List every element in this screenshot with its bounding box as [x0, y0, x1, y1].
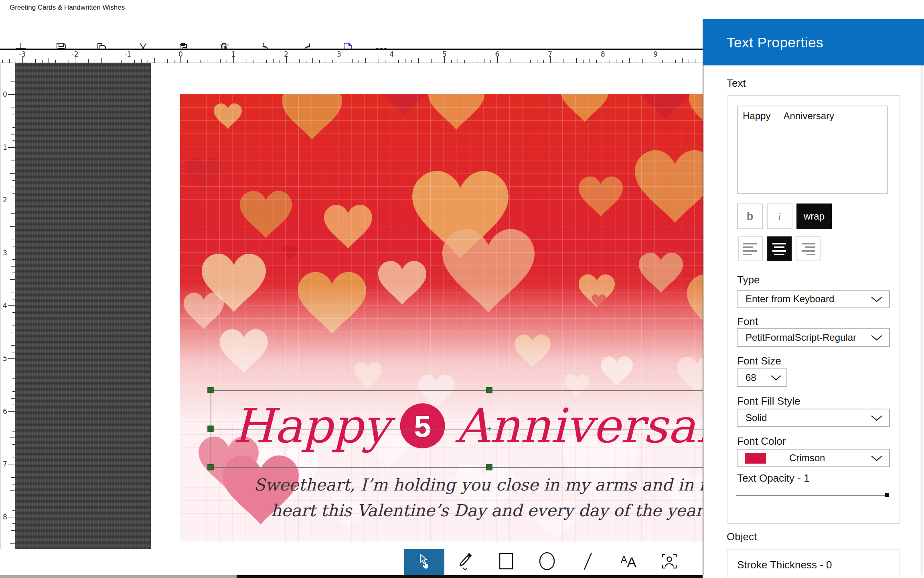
color-swatch: [745, 453, 766, 464]
selection-mid-line: [211, 429, 703, 429]
bold-button[interactable]: b: [737, 204, 763, 229]
text-tool-button[interactable]: AA: [617, 551, 640, 573]
card-message-text[interactable]: Sweetheart, I’m holding you close in my …: [232, 472, 703, 523]
rectangle-tool-button[interactable]: [495, 551, 517, 573]
type-dropdown[interactable]: Enter from Keyboard: [737, 290, 890, 308]
font-size-dropdown[interactable]: 68: [737, 368, 787, 387]
text-properties-panel: Text Properties Text Happy Anniversary b…: [703, 0, 924, 578]
heading-word-anniversary: Anniversary: [456, 402, 703, 450]
card-gridlines: [180, 94, 703, 421]
object-select-tool-button[interactable]: [658, 551, 681, 573]
horizontal-scrollbar-thumb[interactable]: [0, 575, 237, 578]
horizontal-ruler: -3-2-10123456789: [0, 49, 703, 63]
pencil-icon: [458, 551, 473, 573]
chevron-down-icon: [871, 415, 883, 421]
ellipse-tool-button[interactable]: [536, 551, 558, 573]
text-section-label: Text: [727, 77, 746, 90]
handle-bottom-center[interactable]: [486, 464, 492, 470]
type-label: Type: [737, 274, 760, 286]
object-select-icon: [661, 552, 678, 572]
selection-bottom-edge[interactable]: [211, 467, 703, 468]
line-icon: [582, 551, 594, 573]
font-fill-style-value: Solid: [746, 412, 767, 423]
align-right-button[interactable]: [796, 236, 821, 261]
chevron-down-icon: [871, 455, 883, 462]
font-fill-style-label: Font Fill Style: [737, 395, 800, 407]
font-color-label: Font Color: [737, 435, 786, 448]
align-center-button[interactable]: [767, 236, 792, 261]
chevron-down-icon: [871, 296, 883, 303]
font-label: Font: [737, 315, 758, 328]
font-size-label: Font Size: [737, 355, 781, 367]
design-canvas[interactable]: Happy 5 Anniversary Sweetheart, I’m hold…: [15, 63, 703, 549]
anniversary-number-badge[interactable]: 5: [400, 403, 445, 448]
panel-scrollbar[interactable]: [920, 65, 923, 575]
vertical-ruler: 012345678: [0, 63, 15, 575]
heading-word-happy: Happy: [233, 402, 390, 450]
badge-number: 5: [414, 409, 431, 444]
font-value: PetitFormalScript-Regular: [746, 332, 856, 343]
handle-mid-left[interactable]: [208, 426, 214, 432]
align-left-button[interactable]: [738, 236, 763, 261]
select-hand-cursor-icon: [415, 552, 434, 572]
handle-bottom-left[interactable]: [208, 464, 214, 470]
font-fill-style-dropdown[interactable]: Solid: [737, 409, 890, 427]
panel-header: Text Properties: [703, 19, 924, 65]
greeting-card[interactable]: Happy 5 Anniversary Sweetheart, I’m hold…: [180, 94, 703, 541]
font-dropdown[interactable]: PetitFormalScript-Regular: [737, 328, 890, 347]
text-opacity-slider-track[interactable]: [736, 495, 889, 496]
app-title: Greeting Cards & Handwritten Wishes: [10, 4, 125, 12]
text-content-field[interactable]: Happy Anniversary: [737, 106, 888, 194]
top-toolbar: [0, 16, 703, 49]
panel-title: Text Properties: [727, 35, 823, 51]
object-section-label: Object: [727, 531, 757, 543]
selection-center-marker[interactable]: +: [487, 425, 492, 433]
handle-top-left[interactable]: [208, 387, 214, 393]
wrap-button[interactable]: wrap: [796, 204, 832, 229]
rectangle-icon: [498, 552, 514, 572]
font-color-value: Crimson: [789, 452, 825, 464]
chevron-down-icon: [871, 335, 883, 341]
text-opacity-label: Text Opacity - 1: [737, 472, 810, 484]
handle-top-center[interactable]: [486, 387, 492, 393]
draw-tool-button[interactable]: [454, 551, 476, 573]
font-color-dropdown[interactable]: Crimson: [737, 449, 890, 467]
stroke-thickness-label: Stroke Thickness - 0: [737, 559, 832, 571]
selection-top-edge[interactable]: [211, 390, 703, 391]
font-size-value: 68: [746, 372, 756, 383]
ellipse-icon: [538, 551, 556, 573]
italic-button[interactable]: i: [767, 204, 792, 229]
select-tool-button[interactable]: [404, 549, 444, 576]
pasteboard-area: [15, 63, 151, 549]
type-value: Enter from Keyboard: [746, 293, 834, 305]
panel-left-border: [703, 65, 703, 575]
text-opacity-slider-handle[interactable]: [885, 493, 889, 497]
line-tool-button[interactable]: [577, 551, 599, 573]
text-tool-icon: AA: [621, 554, 636, 570]
card-heading-text[interactable]: Happy 5 Anniversary: [233, 380, 703, 472]
chevron-down-icon: [770, 375, 782, 381]
